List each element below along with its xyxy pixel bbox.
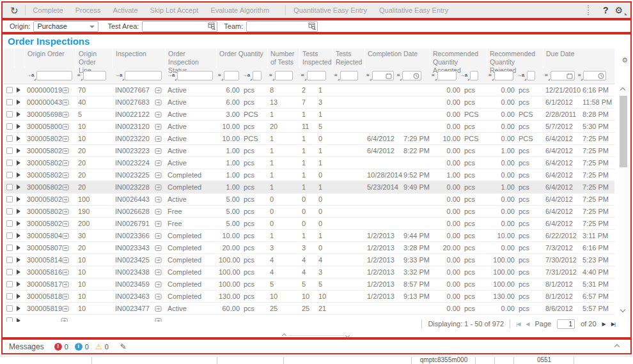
filter-due-date-input[interactable]	[552, 72, 567, 79]
drilldown-icon[interactable]	[155, 87, 162, 94]
drilldown-icon[interactable]	[155, 293, 162, 300]
filter-origin-order-input[interactable]	[36, 71, 72, 80]
drilldown-icon[interactable]	[62, 293, 69, 300]
col-completion-date[interactable]: Completion Date	[364, 49, 430, 68]
row-checkbox[interactable]	[6, 317, 13, 322]
row-checkbox[interactable]	[6, 148, 13, 154]
refresh-icon[interactable]: ↻	[10, 6, 19, 15]
drilldown-icon[interactable]	[62, 245, 69, 252]
filter-due-time-field[interactable]	[583, 71, 606, 80]
last-page-icon[interactable]: ▶|	[611, 321, 615, 327]
col-tests-inspected[interactable]: Tests Inspected	[299, 49, 332, 68]
drilldown-icon[interactable]	[155, 232, 162, 239]
drilldown-icon[interactable]	[155, 257, 162, 264]
table-row[interactable]: 300005802 10 IN0023220 Active 10.00PCS 1…	[4, 133, 614, 145]
drilldown-icon[interactable]	[62, 269, 69, 276]
filter-tests-rejected-input[interactable]	[340, 71, 358, 80]
row-checkbox[interactable]	[6, 160, 13, 166]
test-area-input[interactable]	[145, 22, 208, 30]
drilldown-icon[interactable]	[62, 184, 69, 191]
filter-status-input[interactable]	[177, 71, 213, 80]
drilldown-icon[interactable]	[62, 148, 69, 155]
filter-op-equals-icon[interactable]: =	[578, 72, 582, 80]
filter-tests-inspected-input[interactable]	[307, 71, 326, 80]
value-help-icon[interactable]	[208, 22, 215, 30]
row-expand-arrow[interactable]	[17, 318, 20, 322]
filter-order-quantity-unit-input[interactable]	[253, 71, 262, 80]
table-row[interactable]: 300005800 10 IN0023120 Active 10.00pcs 2…	[4, 121, 614, 133]
drilldown-icon[interactable]	[62, 220, 69, 227]
col-origin-order[interactable]: Origin Order	[24, 49, 75, 68]
scrollbar-thumb[interactable]	[620, 96, 627, 167]
filter-inspection-input[interactable]	[125, 71, 162, 80]
row-expand-arrow[interactable]	[17, 100, 20, 105]
row-expand-arrow[interactable]	[17, 269, 20, 275]
table-row[interactable]: 300005802 190 IN0026628 Free 5.00pcs 0 0…	[4, 206, 614, 218]
row-expand-arrow[interactable]	[17, 294, 20, 299]
filter-completion-date-field[interactable]	[372, 71, 394, 80]
filter-op-startswith-icon[interactable]: →a	[114, 72, 123, 80]
prev-page-icon[interactable]: ◀	[526, 321, 529, 327]
drilldown-icon[interactable]	[62, 196, 69, 203]
col-tests-rejected[interactable]: Tests Rejected	[332, 49, 364, 68]
drilldown-icon[interactable]	[155, 160, 162, 167]
drilldown-icon[interactable]	[62, 281, 69, 288]
test-area-field[interactable]	[142, 21, 217, 32]
table-row[interactable]: 300005802 20 IN0023228 Completed 1.00pcs…	[4, 181, 614, 193]
page-number-input[interactable]	[557, 319, 575, 329]
row-expand-arrow[interactable]	[17, 185, 20, 190]
drilldown-icon[interactable]	[62, 87, 69, 94]
row-checkbox[interactable]	[6, 305, 13, 312]
qualitative-easy-entry-button[interactable]: Qualitative Easy Entry	[379, 6, 448, 14]
filter-due-date-field[interactable]	[551, 71, 575, 80]
row-expand-arrow[interactable]	[17, 87, 20, 93]
col-due-date[interactable]: Due Date	[543, 49, 613, 68]
row-expand-arrow[interactable]	[17, 136, 20, 141]
table-row[interactable]: 000000043 40 IN0027683 Active 6.00pcs 13…	[4, 96, 614, 109]
col-recommended-quantity-rejected[interactable]: Recommended Quantity Rejected	[487, 49, 543, 68]
drilldown-icon[interactable]	[155, 317, 162, 322]
filter-op-equals-icon[interactable]: =	[545, 72, 549, 80]
row-checkbox[interactable]	[6, 281, 13, 287]
row-checkbox[interactable]	[6, 293, 13, 300]
row-expand-arrow[interactable]	[17, 172, 20, 178]
filter-op-equals-icon[interactable]: =	[397, 72, 401, 80]
filter-op-equals-icon[interactable]: =	[432, 72, 435, 80]
next-page-icon[interactable]: ▶	[602, 321, 606, 327]
row-checkbox[interactable]	[6, 184, 13, 190]
drilldown-icon[interactable]	[62, 123, 69, 130]
col-origin-order-line[interactable]: Origin Order Line	[75, 49, 113, 68]
calendar-icon[interactable]	[567, 73, 573, 79]
filter-completion-time-field[interactable]	[402, 71, 421, 80]
first-page-icon[interactable]: |◀	[516, 321, 520, 327]
filter-number-of-tests-input[interactable]	[275, 71, 293, 80]
table-row[interactable]: 300005802 20 IN0023225 Completed 1.00pcs…	[4, 169, 614, 181]
team-field[interactable]	[246, 21, 318, 32]
drilldown-icon[interactable]	[62, 208, 69, 215]
filter-rec-qty-rejected-input[interactable]	[494, 71, 513, 80]
drilldown-icon[interactable]	[155, 269, 162, 276]
quantitative-easy-entry-button[interactable]: Quantitative Easy Entry	[293, 6, 367, 14]
filter-op-startswith-icon[interactable]: →a	[517, 72, 525, 80]
origin-select[interactable]: Purchase	[33, 21, 98, 32]
table-row[interactable]: 300005802 20 IN0023224 Active 1.00pcs 1 …	[4, 157, 614, 169]
filter-op-equals-icon[interactable]: =	[77, 72, 81, 80]
filter-op-equals-icon[interactable]: =	[488, 72, 492, 80]
help-button[interactable]: ?	[603, 5, 609, 15]
scroll-down-icon[interactable]	[620, 307, 625, 312]
complete-button[interactable]: Complete	[33, 6, 63, 14]
row-checkbox[interactable]	[6, 87, 13, 93]
drilldown-icon[interactable]	[62, 135, 69, 142]
filter-op-startswith-icon[interactable]: →a	[167, 72, 175, 80]
splitter-collapse-icon[interactable]	[345, 333, 350, 338]
drilldown-icon[interactable]	[62, 305, 69, 312]
panel-splitter-handle[interactable]	[283, 334, 349, 337]
activate-button[interactable]: Activate	[113, 6, 137, 14]
row-checkbox[interactable]	[6, 123, 13, 130]
col-inspection[interactable]: Inspection	[113, 49, 165, 68]
edit-pen-icon[interactable]: ✎	[120, 342, 127, 351]
splitter-expand-icon[interactable]	[282, 333, 286, 338]
team-input[interactable]	[249, 22, 308, 30]
table-row[interactable]: 300005817 10 IN0023459 Completed 100.00p…	[4, 278, 614, 291]
filter-op-startswith-icon[interactable]: →a	[460, 72, 468, 80]
